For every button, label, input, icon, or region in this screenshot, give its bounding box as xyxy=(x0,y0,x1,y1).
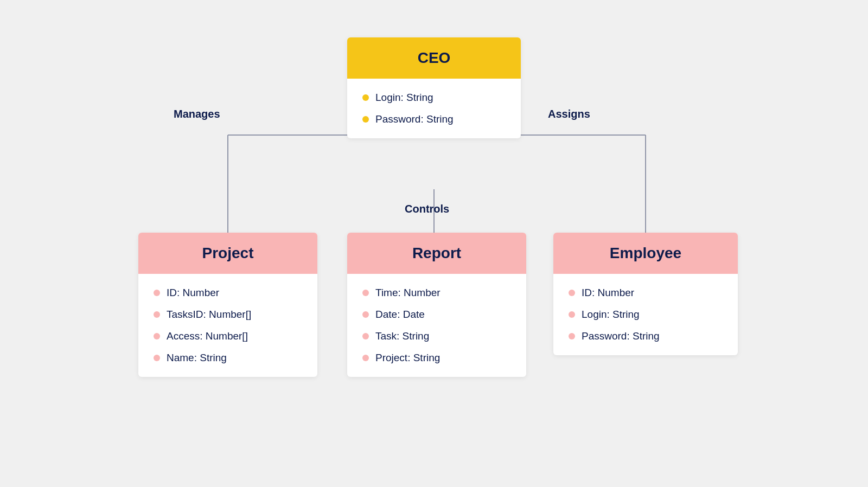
employee-title: Employee xyxy=(610,245,681,261)
assigns-label: Assigns xyxy=(548,108,590,120)
employee-card: Employee ID: Number Login: String Passwo… xyxy=(553,233,738,355)
project-field-label-3: Name: String xyxy=(167,352,227,364)
project-field-label-0: ID: Number xyxy=(167,287,219,299)
report-dot-1 xyxy=(362,311,369,318)
report-field-label-2: Task: String xyxy=(375,330,429,342)
report-field-label-1: Date: Date xyxy=(375,309,425,321)
project-dot-3 xyxy=(154,355,160,361)
employee-dot-1 xyxy=(569,311,575,318)
employee-header: Employee xyxy=(553,233,738,274)
project-field-1: TasksID: Number[] xyxy=(154,309,302,321)
project-card: Project ID: Number TasksID: Number[] Acc… xyxy=(138,233,317,377)
ceo-field-label-0: Login: String xyxy=(375,92,433,104)
employee-dot-0 xyxy=(569,290,575,296)
ceo-field-1: Password: String xyxy=(362,113,506,125)
report-field-label-3: Project: String xyxy=(375,352,440,364)
ceo-body: Login: String Password: String xyxy=(347,79,521,138)
report-dot-0 xyxy=(362,290,369,296)
project-dot-0 xyxy=(154,290,160,296)
ceo-header: CEO xyxy=(347,37,521,79)
report-field-0: Time: Number xyxy=(362,287,511,299)
project-body: ID: Number TasksID: Number[] Access: Num… xyxy=(138,274,317,377)
employee-field-0: ID: Number xyxy=(569,287,723,299)
ceo-field-0: Login: String xyxy=(362,92,506,104)
project-field-label-1: TasksID: Number[] xyxy=(167,309,251,321)
employee-field-label-0: ID: Number xyxy=(582,287,634,299)
report-body: Time: Number Date: Date Task: String Pro… xyxy=(347,274,526,377)
report-header: Report xyxy=(347,233,526,274)
report-title: Report xyxy=(412,245,461,261)
report-field-label-0: Time: Number xyxy=(375,287,441,299)
diagram: Manages Assigns Controls CEO Login: Stri… xyxy=(54,21,814,466)
manages-label: Manages xyxy=(174,108,220,120)
report-card: Report Time: Number Date: Date Task: Str… xyxy=(347,233,526,377)
employee-body: ID: Number Login: String Password: Strin… xyxy=(553,274,738,355)
ceo-dot-0 xyxy=(362,94,369,101)
report-field-1: Date: Date xyxy=(362,309,511,321)
project-field-2: Access: Number[] xyxy=(154,330,302,342)
report-field-2: Task: String xyxy=(362,330,511,342)
project-field-0: ID: Number xyxy=(154,287,302,299)
employee-dot-2 xyxy=(569,333,575,339)
ceo-dot-1 xyxy=(362,116,369,123)
employee-field-2: Password: String xyxy=(569,330,723,342)
report-dot-3 xyxy=(362,355,369,361)
employee-field-label-1: Login: String xyxy=(582,309,640,321)
employee-field-label-2: Password: String xyxy=(582,330,660,342)
project-field-label-2: Access: Number[] xyxy=(167,330,248,342)
project-header: Project xyxy=(138,233,317,274)
report-dot-2 xyxy=(362,333,369,339)
project-dot-2 xyxy=(154,333,160,339)
ceo-card: CEO Login: String Password: String xyxy=(347,37,521,138)
project-title: Project xyxy=(202,245,254,261)
project-field-3: Name: String xyxy=(154,352,302,364)
report-field-3: Project: String xyxy=(362,352,511,364)
ceo-title: CEO xyxy=(418,49,451,66)
project-dot-1 xyxy=(154,311,160,318)
ceo-field-label-1: Password: String xyxy=(375,113,454,125)
employee-field-1: Login: String xyxy=(569,309,723,321)
controls-label: Controls xyxy=(405,203,449,215)
